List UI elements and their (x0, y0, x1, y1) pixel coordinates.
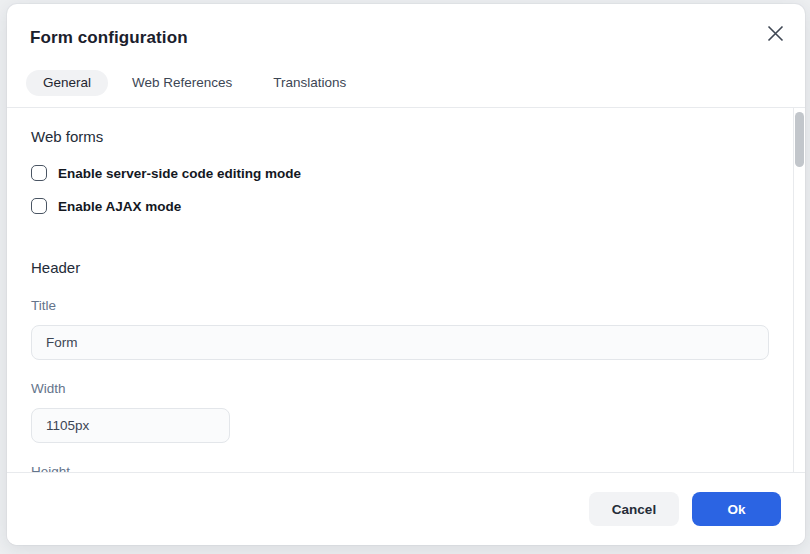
tab-bar: General Web References Translations (26, 70, 363, 96)
form-configuration-dialog: Form configuration General Web Reference… (7, 4, 805, 545)
dialog-header: Form configuration General Web Reference… (7, 4, 805, 108)
section-heading-web-forms: Web forms (31, 128, 769, 146)
ajax-checkbox[interactable] (31, 198, 47, 214)
height-field-label: Height (31, 464, 769, 472)
title-input[interactable] (31, 325, 769, 360)
checkbox-row-server-side[interactable]: Enable server-side code editing mode (31, 165, 769, 181)
title-field-label: Title (31, 298, 769, 313)
server-side-checkbox[interactable] (31, 165, 47, 181)
checkbox-label: Enable server-side code editing mode (58, 166, 301, 181)
scrollbar-track[interactable] (793, 108, 805, 472)
width-field-label: Width (31, 381, 769, 396)
section-heading-header: Header (31, 259, 769, 277)
dialog-content: Web forms Enable server-side code editin… (7, 108, 805, 472)
dialog-footer: Cancel Ok (7, 472, 805, 545)
scrollbar-thumb[interactable] (795, 112, 804, 167)
checkbox-label: Enable AJAX mode (58, 199, 181, 214)
tab-general[interactable]: General (26, 70, 108, 96)
close-icon (767, 25, 784, 42)
close-button[interactable] (761, 19, 789, 47)
width-input[interactable] (31, 408, 230, 443)
dialog-title: Form configuration (30, 28, 188, 48)
tab-web-references[interactable]: Web References (115, 70, 249, 96)
cancel-button[interactable]: Cancel (589, 492, 679, 526)
ok-button[interactable]: Ok (692, 492, 781, 526)
tab-translations[interactable]: Translations (256, 70, 363, 96)
checkbox-row-ajax[interactable]: Enable AJAX mode (31, 198, 769, 214)
content-scroll-area: Web forms Enable server-side code editin… (7, 108, 793, 472)
